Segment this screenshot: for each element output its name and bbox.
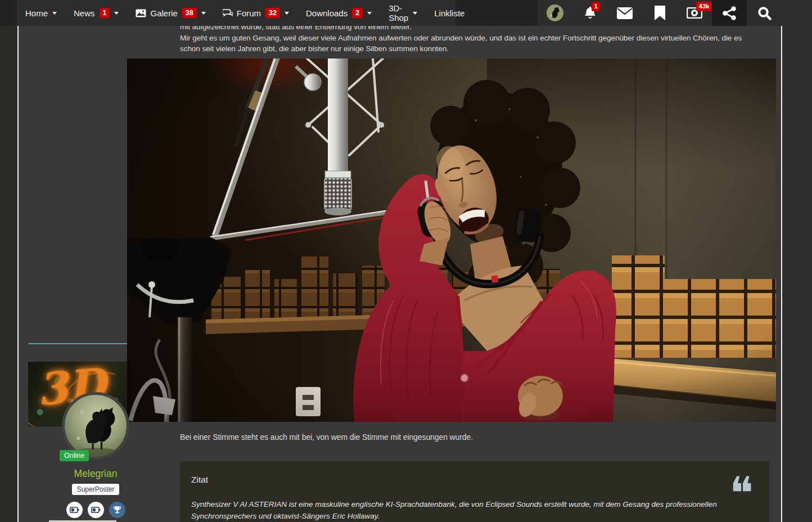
forum-count-badge: 32 bbox=[265, 8, 280, 19]
trophy-badge-icon[interactable] bbox=[109, 502, 125, 518]
quote-text: Synthesizer V AI ASTERIAN ist eine masku… bbox=[191, 498, 717, 522]
search-button[interactable] bbox=[747, 0, 782, 26]
post-paragraph: Bei einer Stimme steht es auch mit bei, … bbox=[180, 432, 473, 443]
search-icon bbox=[757, 6, 772, 20]
user-rank-badge: SuperPoster bbox=[34, 484, 157, 495]
nav-3d-shop-label: 3D-Shop bbox=[389, 3, 408, 22]
nav-news-label: News bbox=[74, 8, 95, 18]
chevron-down-icon bbox=[285, 12, 289, 15]
user-rank-label: SuperPoster bbox=[72, 484, 120, 495]
chevron-down-icon bbox=[367, 12, 372, 15]
nav-3d-shop[interactable]: 3D-Shop bbox=[380, 0, 426, 26]
wallet-count-badge: 43k bbox=[696, 2, 712, 11]
share-button[interactable] bbox=[712, 0, 747, 26]
nav-galerie-label: Galerie bbox=[150, 8, 177, 18]
nav-galerie[interactable]: Galerie 38 bbox=[127, 0, 214, 26]
battery-badge-icon[interactable] bbox=[66, 502, 83, 518]
nav-forum-label: Forum bbox=[237, 8, 261, 18]
chevron-down-icon bbox=[413, 12, 417, 15]
nav-home-label: Home bbox=[25, 8, 48, 18]
post-text-line: Bei einer Stimme steht es auch mit bei, … bbox=[180, 432, 473, 443]
studio-photo-illustration bbox=[127, 58, 776, 422]
user-trophy-badges bbox=[34, 502, 157, 518]
chevron-down-icon bbox=[201, 12, 206, 15]
quote-title: Zitat bbox=[191, 475, 208, 485]
bookmarks-button[interactable] bbox=[642, 0, 677, 26]
user-avatar-mini bbox=[547, 4, 563, 21]
notifications-button[interactable]: 1 bbox=[572, 0, 607, 26]
nav-downloads-label: Downloads bbox=[306, 8, 348, 18]
comments-icon bbox=[223, 9, 233, 17]
nav-home[interactable]: Home bbox=[17, 0, 65, 26]
content-right-border bbox=[781, 26, 782, 522]
bookmark-icon bbox=[655, 6, 665, 20]
main-menu: Home News 1 Galerie 38 Forum 32 Download… bbox=[17, 0, 455, 26]
page-left-margin bbox=[0, 26, 17, 522]
wallet-button[interactable]: 43k bbox=[677, 0, 712, 26]
user-avatar[interactable] bbox=[62, 392, 129, 460]
nav-downloads[interactable]: Downloads 2 bbox=[297, 0, 380, 26]
image-icon bbox=[136, 9, 146, 17]
quote-text-line: Synthesizer V AI ASTERIAN ist eine masku… bbox=[191, 498, 717, 510]
username-link[interactable]: Melegrian bbox=[34, 468, 157, 480]
battery-badge-icon[interactable] bbox=[88, 502, 104, 518]
post-text-line: schon seit vielen Jahren gibt, die aber … bbox=[180, 43, 742, 55]
messages-button[interactable] bbox=[607, 0, 642, 26]
post-paragraph: mit aufgezeichnet wurde, statt aus einer… bbox=[180, 21, 742, 55]
news-count-badge: 1 bbox=[100, 8, 110, 19]
quote-mark-icon: ❝ bbox=[729, 471, 754, 516]
chevron-down-icon bbox=[114, 12, 119, 15]
galerie-count-badge: 38 bbox=[182, 8, 197, 19]
share-icon bbox=[723, 6, 737, 20]
post-image[interactable] bbox=[127, 58, 776, 422]
quote-box: Zitat Synthesizer V AI ASTERIAN ist eine… bbox=[180, 461, 769, 522]
nav-linkliste-label: Linkliste bbox=[434, 8, 464, 18]
avatar-birds-illustration bbox=[65, 395, 127, 457]
nav-linkliste[interactable]: Linkliste bbox=[426, 0, 473, 26]
envelope-icon bbox=[617, 7, 633, 19]
user-panel: 1 43k bbox=[538, 0, 782, 26]
post-separator-line bbox=[29, 343, 127, 344]
nav-forum[interactable]: Forum 32 bbox=[214, 0, 297, 26]
nav-news[interactable]: News 1 bbox=[65, 0, 127, 26]
notification-count-badge: 1 bbox=[592, 2, 600, 11]
chevron-down-icon bbox=[52, 12, 57, 15]
user-menu-button[interactable] bbox=[538, 0, 572, 26]
online-status-badge: Online bbox=[60, 450, 89, 461]
top-navigation-bar: Home News 1 Galerie 38 Forum 32 Download… bbox=[0, 0, 782, 26]
post-text-line: Mir geht es um guten Gesang, weil dieser… bbox=[180, 33, 742, 44]
downloads-count-badge: 2 bbox=[352, 8, 363, 19]
quote-text-line: Synchronsprechers und oktavist-Sängers E… bbox=[191, 510, 717, 522]
content-left-border bbox=[17, 26, 19, 522]
